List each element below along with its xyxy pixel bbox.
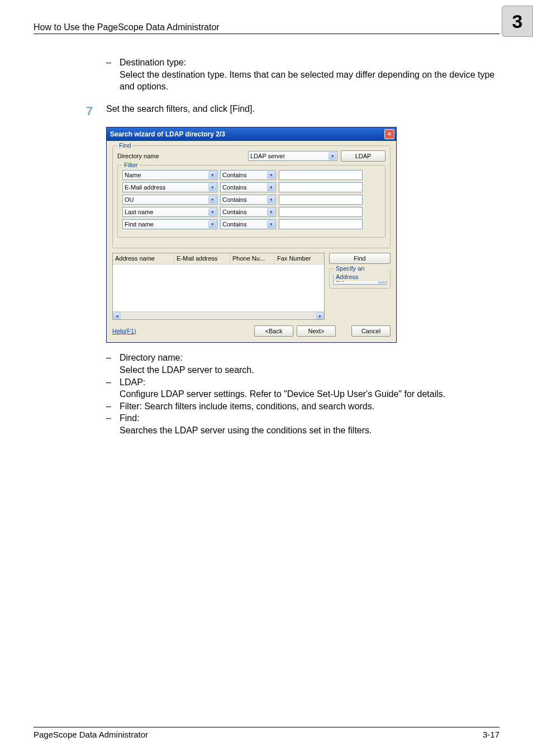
- chevron-left-icon[interactable]: ◂: [113, 312, 121, 319]
- dash: –: [106, 376, 120, 400]
- directory-name-select[interactable]: LDAP server ▾: [248, 151, 337, 161]
- desc-heading: Find:: [120, 412, 499, 424]
- filter-cond-select[interactable]: Contains▾: [220, 207, 276, 217]
- chevron-down-icon: ▾: [329, 152, 336, 160]
- filter-cond-value: Contains: [222, 171, 246, 179]
- filter-attr-select[interactable]: Last name▾: [122, 207, 217, 217]
- filter-value-input[interactable]: [279, 219, 363, 229]
- col-address-name[interactable]: Address name: [113, 253, 174, 264]
- filter-attr-value: Name: [125, 171, 141, 179]
- help-link[interactable]: Help(F1): [112, 327, 136, 336]
- filter-legend: Filter: [122, 161, 139, 169]
- filter-attr-value: Last name: [125, 208, 153, 216]
- dash: –: [106, 352, 120, 376]
- chevron-down-icon: ▾: [208, 196, 216, 204]
- step-text: Set the search filters, and click [Find]…: [106, 103, 499, 120]
- filter-value-input[interactable]: [279, 195, 363, 205]
- find-button[interactable]: Find: [329, 253, 391, 264]
- filter-cond-select[interactable]: Contains▾: [220, 219, 276, 229]
- dash: –: [106, 56, 120, 93]
- chevron-down-icon: ▾: [208, 183, 216, 191]
- desc-body: Configure LDAP server settings. Refer to…: [120, 388, 499, 400]
- chevron-down-icon: ▾: [267, 196, 275, 204]
- footer-right: 3-17: [483, 730, 499, 739]
- close-button[interactable]: ×: [384, 129, 394, 139]
- desc-heading: Directory name:: [120, 352, 499, 364]
- specify-address-legend: Specify an Address: [334, 264, 390, 281]
- filter-cond-select[interactable]: Contains▾: [220, 170, 276, 180]
- filter-attr-select[interactable]: Name▾: [122, 170, 217, 180]
- filter-value-input[interactable]: [279, 182, 363, 192]
- chevron-down-icon: ▾: [267, 208, 275, 216]
- filter-attr-value: E-Mail address: [125, 183, 165, 192]
- chevron-down-icon: ▾: [208, 220, 216, 228]
- step-number: 7: [86, 103, 106, 120]
- chevron-down-icon: ▾: [208, 208, 216, 216]
- footer-left: PageScope Data Administrator: [34, 730, 148, 739]
- back-button[interactable]: <Back: [254, 325, 293, 337]
- desc-heading: Filter: Search filters include items, co…: [120, 400, 499, 413]
- col-phone[interactable]: Phone Nu...: [230, 253, 275, 264]
- desc-body: Searches the LDAP server using the condi…: [120, 424, 499, 437]
- horizontal-scrollbar[interactable]: ◂ ▸: [113, 311, 324, 319]
- filter-cond-value: Contains: [222, 208, 246, 216]
- specify-address-group: Specify an Address CN ▾: [329, 268, 391, 289]
- dash: –: [106, 412, 120, 436]
- filter-value-input[interactable]: [279, 170, 363, 180]
- chapter-badge: 3: [502, 6, 533, 37]
- dest-type-heading: Destination type:: [120, 56, 499, 69]
- chevron-right-icon[interactable]: ▸: [316, 312, 324, 319]
- directory-name-value: LDAP server: [250, 152, 285, 160]
- filter-value-input[interactable]: [279, 207, 363, 217]
- filter-cond-value: Contains: [222, 183, 246, 192]
- filter-attr-select[interactable]: OU▾: [122, 195, 217, 205]
- filter-attr-value: OU: [125, 196, 134, 204]
- header-title: How to Use the PageScope Data Administra…: [34, 22, 220, 32]
- desc-body: Select the LDAP server to search.: [120, 364, 499, 376]
- dialog-title: Search wizard of LDAP directory 2/3: [110, 130, 225, 139]
- next-button[interactable]: Next>: [297, 325, 336, 337]
- chevron-down-icon: ▾: [208, 171, 216, 179]
- filter-cond-select[interactable]: Contains▾: [220, 182, 276, 192]
- col-fax[interactable]: Fax Number: [275, 253, 324, 264]
- desc-heading: LDAP:: [120, 376, 499, 389]
- ldap-button[interactable]: LDAP: [341, 150, 386, 162]
- filter-cond-select[interactable]: Contains▾: [220, 195, 276, 205]
- chevron-down-icon: ▾: [267, 171, 275, 179]
- ldap-search-dialog: Search wizard of LDAP directory 2/3 × Fi…: [106, 127, 397, 343]
- filter-attr-select[interactable]: First name▾: [122, 219, 217, 229]
- cancel-button[interactable]: Cancel: [351, 325, 391, 337]
- dest-type-body: Select the destination type. Items that …: [120, 69, 499, 93]
- directory-name-label: Directory name: [117, 152, 179, 160]
- chevron-down-icon: ▾: [267, 220, 275, 228]
- dash: –: [106, 400, 120, 413]
- filter-cond-value: Contains: [222, 220, 246, 229]
- filter-attr-value: First name: [125, 220, 154, 229]
- col-email[interactable]: E-Mail address: [174, 253, 230, 264]
- results-list[interactable]: Address name E-Mail address Phone Nu... …: [112, 253, 325, 320]
- filter-attr-select[interactable]: E-Mail address▾: [122, 182, 217, 192]
- chevron-down-icon: ▾: [267, 183, 275, 191]
- filter-group: Filter Name▾ Contains▾ E-Mail address▾ C…: [117, 165, 386, 238]
- filter-cond-value: Contains: [222, 196, 246, 204]
- find-legend: Find: [117, 141, 132, 150]
- find-group: Find Directory name LDAP server ▾ LDAP F…: [112, 145, 391, 248]
